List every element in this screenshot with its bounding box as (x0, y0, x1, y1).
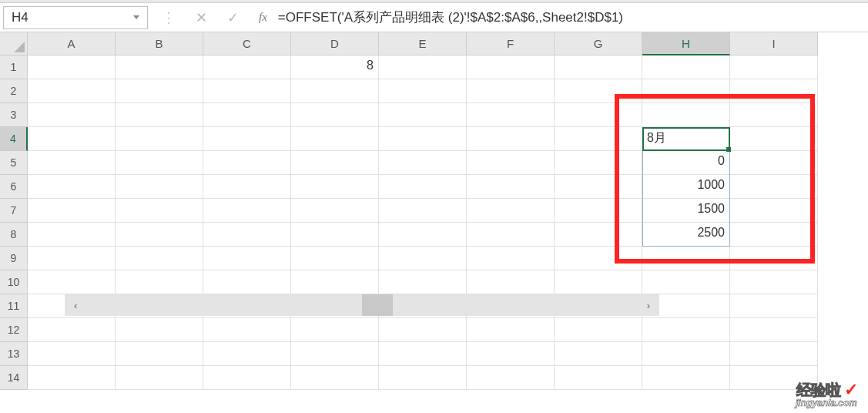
cell[interactable] (555, 223, 642, 247)
cell[interactable]: 2500 (642, 223, 730, 247)
scroll-right-icon[interactable]: › (647, 300, 650, 311)
column-header[interactable]: H (642, 32, 730, 55)
cell[interactable] (730, 342, 818, 366)
cell[interactable] (555, 151, 642, 175)
select-all-corner[interactable] (0, 32, 28, 55)
cell[interactable] (28, 79, 116, 103)
cell[interactable] (555, 342, 642, 366)
cell[interactable] (28, 270, 116, 294)
cell[interactable] (291, 127, 379, 151)
cell[interactable] (379, 55, 467, 79)
cell[interactable] (730, 270, 818, 294)
row-header[interactable]: 10 (0, 270, 28, 294)
cell[interactable] (116, 175, 203, 199)
cell[interactable] (116, 342, 203, 366)
cell[interactable] (379, 151, 467, 175)
cell[interactable] (555, 103, 642, 127)
cell[interactable]: 1500 (642, 199, 730, 223)
cell[interactable] (642, 247, 730, 270)
cell[interactable] (379, 247, 467, 270)
cell[interactable] (291, 366, 379, 390)
cell[interactable] (467, 175, 555, 199)
column-header[interactable]: I (730, 32, 818, 55)
cell[interactable] (28, 247, 116, 270)
cell[interactable] (203, 127, 291, 151)
cell[interactable] (291, 103, 379, 127)
cell[interactable] (730, 55, 818, 79)
cell[interactable] (379, 175, 467, 199)
cell[interactable] (28, 318, 116, 342)
cell[interactable] (467, 342, 555, 366)
cell[interactable] (203, 366, 291, 390)
cell[interactable]: 0 (642, 151, 730, 175)
cell[interactable]: 8 (291, 55, 379, 79)
column-header[interactable]: A (28, 32, 116, 55)
column-header[interactable]: F (467, 32, 555, 55)
cell[interactable] (730, 199, 818, 223)
cell[interactable] (379, 199, 467, 223)
cell[interactable] (116, 318, 203, 342)
cell[interactable] (467, 151, 555, 175)
cell[interactable] (116, 223, 203, 247)
cell[interactable] (379, 366, 467, 390)
cell-grid[interactable]: A B C D E F G H I 8 (28, 32, 818, 413)
cell[interactable] (116, 103, 203, 127)
cell[interactable] (116, 79, 203, 103)
cell[interactable] (203, 342, 291, 366)
formula-input[interactable] (267, 7, 868, 29)
cell[interactable] (203, 55, 291, 79)
row-header[interactable]: 9 (0, 247, 28, 270)
cell[interactable] (555, 247, 642, 270)
cell[interactable] (642, 103, 730, 127)
cell[interactable] (730, 247, 818, 270)
scroll-thumb[interactable] (362, 294, 393, 316)
cell[interactable] (555, 55, 642, 79)
cell[interactable] (28, 103, 116, 127)
cell[interactable] (730, 151, 818, 175)
cell[interactable] (28, 175, 116, 199)
scroll-track[interactable] (77, 294, 646, 316)
cell[interactable] (379, 342, 467, 366)
row-header[interactable]: 7 (0, 199, 28, 223)
cell[interactable] (467, 127, 555, 151)
cell[interactable] (203, 79, 291, 103)
accept-icon[interactable]: ✓ (227, 9, 239, 26)
cell[interactable] (291, 79, 379, 103)
fx-icon[interactable]: fx (259, 11, 267, 24)
cell[interactable] (291, 151, 379, 175)
cell[interactable] (555, 199, 642, 223)
cell[interactable] (28, 151, 116, 175)
row-header[interactable]: 4 (0, 127, 28, 151)
cell[interactable] (379, 79, 467, 103)
row-header[interactable]: 12 (0, 318, 28, 342)
cell[interactable] (642, 79, 730, 103)
cell[interactable] (291, 247, 379, 270)
row-header[interactable]: 1 (0, 55, 28, 79)
cell[interactable] (730, 318, 818, 342)
cell[interactable] (730, 127, 818, 151)
row-header[interactable]: 14 (0, 366, 28, 390)
horizontal-scroll-control[interactable]: ‹ › (65, 294, 659, 316)
cell[interactable]: 8月 (642, 127, 730, 151)
row-header[interactable]: 5 (0, 151, 28, 175)
cell[interactable] (379, 127, 467, 151)
row-header[interactable]: 6 (0, 175, 28, 199)
cell[interactable] (116, 270, 203, 294)
cell[interactable] (467, 103, 555, 127)
cell[interactable] (203, 318, 291, 342)
cell[interactable] (379, 318, 467, 342)
cell[interactable] (116, 127, 203, 151)
cell[interactable] (730, 175, 818, 199)
cell[interactable] (467, 79, 555, 103)
cell[interactable] (291, 175, 379, 199)
cell[interactable] (116, 199, 203, 223)
cell[interactable] (28, 223, 116, 247)
cell[interactable] (642, 342, 730, 366)
column-header[interactable]: E (379, 32, 467, 55)
cell[interactable] (642, 270, 730, 294)
cell[interactable] (291, 318, 379, 342)
cell[interactable] (730, 294, 818, 318)
cell[interactable] (203, 151, 291, 175)
cell[interactable] (291, 199, 379, 223)
cell[interactable] (555, 127, 642, 151)
